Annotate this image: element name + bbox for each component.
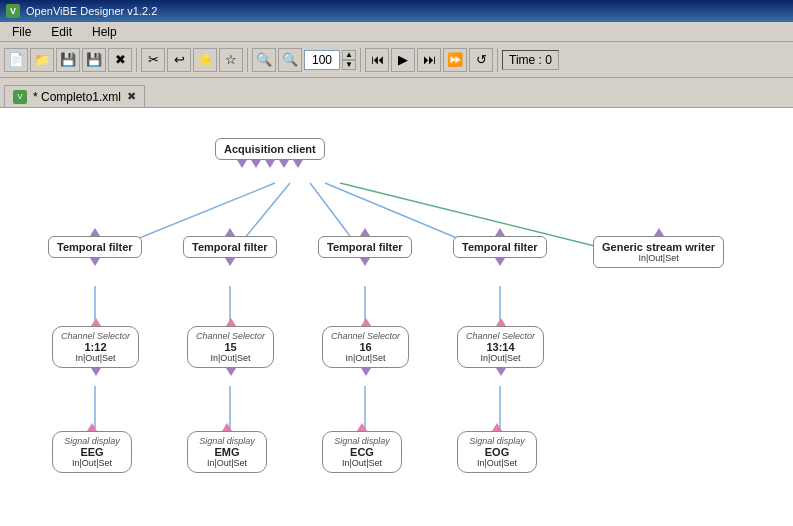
pin-in-sd3 [357,423,367,431]
undo-button[interactable]: ↩ [167,48,191,72]
separator-3 [360,48,361,72]
zoom-down-button[interactable]: ▼ [342,60,356,70]
node-label-acquisition-client: Acquisition client [224,143,316,155]
tab-completo1[interactable]: V * Completo1.xml ✖ [4,85,145,107]
pin-out-cs3 [361,368,371,376]
step-button[interactable]: ⏭ [417,48,441,72]
node-label-tf2: Temporal filter [192,241,268,253]
output-pins-tf4 [495,258,505,266]
pin-out-3 [265,160,275,168]
pin-in-sd1 [87,423,97,431]
menu-file[interactable]: File [4,23,39,41]
new-button[interactable]: 📄 [4,48,28,72]
node-channel-selector-2[interactable]: Channel Selector 15 In|Out|Set [187,318,274,376]
save-button[interactable]: 💾 [56,48,80,72]
save-as-button[interactable]: 💾 [82,48,106,72]
node-label-cs1: 1:12 [61,341,130,353]
refresh-button[interactable]: ↺ [469,48,493,72]
pin-in-tf3 [360,228,370,236]
node-ports-sd4: In|Out|Set [466,458,528,468]
node-box-cs1: Channel Selector 1:12 In|Out|Set [52,326,139,368]
input-pins-tf2 [225,228,235,236]
node-box-sd3: Signal display ECG In|Out|Set [322,431,402,473]
menu-edit[interactable]: Edit [43,23,80,41]
favorites-button[interactable]: ⭐ [193,48,217,72]
star-button[interactable]: ☆ [219,48,243,72]
separator-1 [136,48,137,72]
node-label-cs2: 15 [196,341,265,353]
node-acquisition-client[interactable]: Acquisition client [215,138,325,168]
node-signal-display-emg[interactable]: Signal display EMG In|Out|Set [187,423,267,473]
zoom-out-button[interactable]: 🔍 [252,48,276,72]
node-channel-selector-4[interactable]: Channel Selector 13:14 In|Out|Set [457,318,544,376]
node-generic-stream-writer[interactable]: Generic stream writer In|Out|Set [593,228,724,268]
separator-4 [497,48,498,72]
delete-button[interactable]: ✖ [108,48,132,72]
pin-in-cs4 [496,318,506,326]
node-sublabel-cs2: Channel Selector [196,331,265,341]
node-box-tf4: Temporal filter [453,236,547,258]
node-channel-selector-3[interactable]: Channel Selector 16 In|Out|Set [322,318,409,376]
node-box-acquisition-client: Acquisition client [215,138,325,160]
node-box-cs4: Channel Selector 13:14 In|Out|Set [457,326,544,368]
pin-out-1 [237,160,247,168]
node-label-tf3: Temporal filter [327,241,403,253]
pin-out-cs1 [91,368,101,376]
node-box-sd1: Signal display EEG In|Out|Set [52,431,132,473]
node-label-cs3: 16 [331,341,400,353]
tab-bar: V * Completo1.xml ✖ [0,78,793,108]
zoom-input[interactable] [304,50,340,70]
tab-close-button[interactable]: ✖ [127,90,136,103]
output-pins-cs4 [496,368,506,376]
pin-in-cs2 [226,318,236,326]
node-temporal-filter-2[interactable]: Temporal filter [183,228,277,266]
pin-out-tf4 [495,258,505,266]
input-pins-sd1 [87,423,97,431]
menu-bar: File Edit Help [0,22,793,42]
open-button[interactable]: 📁 [30,48,54,72]
node-sublabel-sd4: Signal display [466,436,528,446]
node-ports-gsw: In|Out|Set [602,253,715,263]
output-pins-cs3 [361,368,371,376]
node-temporal-filter-3[interactable]: Temporal filter [318,228,412,266]
pin-out-5 [293,160,303,168]
input-pins-tf3 [360,228,370,236]
node-signal-display-eeg[interactable]: Signal display EEG In|Out|Set [52,423,132,473]
canvas-area: Acquisition client Temporal filter Tempo… [0,108,793,526]
node-box-cs3: Channel Selector 16 In|Out|Set [322,326,409,368]
node-label-tf4: Temporal filter [462,241,538,253]
output-pins-tf1 [90,258,100,266]
pin-in-tf4 [495,228,505,236]
node-ports-sd3: In|Out|Set [331,458,393,468]
zoom-up-button[interactable]: ▲ [342,50,356,60]
node-box-sd2: Signal display EMG In|Out|Set [187,431,267,473]
pin-in-sd2 [222,423,232,431]
pin-in-gsw [654,228,664,236]
node-label-sd3: ECG [331,446,393,458]
node-label-sd1: EEG [61,446,123,458]
node-label-gsw: Generic stream writer [602,241,715,253]
cut-button[interactable]: ✂ [141,48,165,72]
toolbar: 📄 📁 💾 💾 ✖ ✂ ↩ ⭐ ☆ 🔍 🔍 ▲ ▼ ⏮ ▶ ⏭ ⏩ ↺ Time… [0,42,793,78]
node-temporal-filter-4[interactable]: Temporal filter [453,228,547,266]
skip-back-button[interactable]: ⏮ [365,48,389,72]
node-box-tf2: Temporal filter [183,236,277,258]
node-signal-display-eog[interactable]: Signal display EOG In|Out|Set [457,423,537,473]
output-pins-cs2 [226,368,236,376]
tab-label: * Completo1.xml [33,90,121,104]
node-channel-selector-1[interactable]: Channel Selector 1:12 In|Out|Set [52,318,139,376]
menu-help[interactable]: Help [84,23,125,41]
input-pins-sd3 [357,423,367,431]
zoom-in-button[interactable]: 🔍 [278,48,302,72]
pin-out-cs4 [496,368,506,376]
fast-forward-button[interactable]: ⏩ [443,48,467,72]
play-button[interactable]: ▶ [391,48,415,72]
input-pins-cs1 [91,318,101,326]
input-pins-cs2 [226,318,236,326]
input-pins-cs3 [361,318,371,326]
node-temporal-filter-1[interactable]: Temporal filter [48,228,142,266]
node-signal-display-ecg[interactable]: Signal display ECG In|Out|Set [322,423,402,473]
pin-out-tf3 [360,258,370,266]
output-pins-tf2 [225,258,235,266]
pin-out-4 [279,160,289,168]
